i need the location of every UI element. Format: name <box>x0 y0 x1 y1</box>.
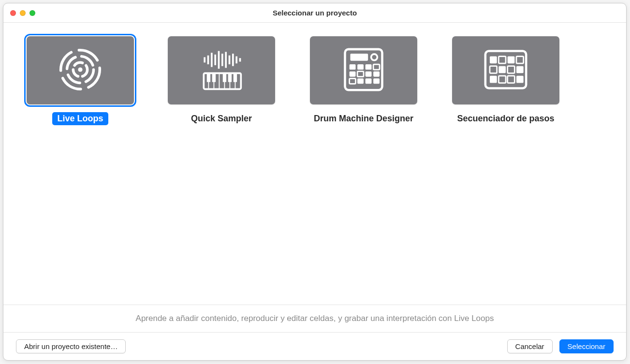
template-card-quick-sampler[interactable]: Quick Sampler <box>168 36 275 291</box>
svg-rect-53 <box>508 75 515 83</box>
step-sequencer-icon <box>477 43 535 98</box>
svg-point-3 <box>78 67 82 72</box>
template-thumb <box>452 36 559 104</box>
traffic-lights <box>10 10 35 16</box>
svg-rect-24 <box>223 73 226 82</box>
svg-rect-39 <box>357 78 364 84</box>
minimize-window-button[interactable] <box>20 10 26 16</box>
window-title: Seleccionar un proyecto <box>3 9 626 17</box>
svg-rect-4 <box>204 57 205 62</box>
svg-rect-38 <box>350 78 356 84</box>
svg-rect-10 <box>225 52 227 68</box>
svg-rect-25 <box>228 73 232 82</box>
quick-sampler-icon <box>192 43 250 98</box>
svg-rect-43 <box>490 56 497 63</box>
svg-rect-52 <box>498 75 506 83</box>
content-area: Live Loops <box>3 23 626 360</box>
svg-rect-33 <box>373 64 380 70</box>
svg-rect-18 <box>219 73 220 89</box>
svg-rect-35 <box>357 71 364 76</box>
footer-right-group: Cancelar Seleccionar <box>507 339 614 353</box>
svg-rect-50 <box>516 66 524 73</box>
project-chooser-window: Seleccionar un proyecto Live Loops <box>3 3 627 361</box>
svg-rect-54 <box>516 75 524 83</box>
svg-rect-28 <box>351 54 368 61</box>
template-card-step-sequencer[interactable]: Secuenciador de pasos <box>452 36 559 291</box>
template-grid: Live Loops <box>3 23 626 305</box>
svg-rect-14 <box>239 58 241 61</box>
svg-rect-30 <box>350 64 356 70</box>
maximize-window-button[interactable] <box>29 10 35 16</box>
svg-rect-26 <box>234 73 237 82</box>
select-button[interactable]: Seleccionar <box>559 339 614 353</box>
svg-rect-9 <box>221 54 223 66</box>
template-label: Drum Machine Designer <box>309 112 418 125</box>
footer: Abrir un proyecto existente… Cancelar Se… <box>3 332 626 360</box>
svg-rect-12 <box>232 54 234 66</box>
svg-rect-37 <box>373 71 380 76</box>
open-existing-button[interactable]: Abrir un proyecto existente… <box>16 339 126 353</box>
template-card-live-loops[interactable]: Live Loops <box>27 36 134 291</box>
svg-rect-51 <box>490 75 497 83</box>
template-thumb <box>27 36 134 104</box>
titlebar: Seleccionar un proyecto <box>3 3 626 23</box>
svg-rect-5 <box>207 55 209 64</box>
drum-machine-icon <box>335 43 393 98</box>
svg-rect-6 <box>211 53 213 67</box>
svg-rect-7 <box>214 54 216 65</box>
svg-rect-31 <box>357 64 364 70</box>
close-window-button[interactable] <box>10 10 16 16</box>
svg-rect-11 <box>229 55 231 64</box>
svg-rect-23 <box>212 73 216 82</box>
svg-rect-22 <box>207 73 210 82</box>
svg-rect-36 <box>366 71 372 76</box>
svg-point-29 <box>371 54 378 60</box>
svg-rect-8 <box>218 51 220 69</box>
template-thumb <box>168 36 275 104</box>
template-thumb <box>310 36 417 104</box>
svg-rect-32 <box>366 64 372 70</box>
svg-rect-48 <box>498 66 506 73</box>
cancel-button[interactable]: Cancelar <box>507 339 553 353</box>
svg-rect-34 <box>350 71 356 76</box>
template-label: Quick Sampler <box>186 112 257 125</box>
svg-rect-46 <box>516 56 524 63</box>
svg-rect-40 <box>366 78 372 84</box>
live-loops-icon <box>51 43 109 98</box>
svg-rect-41 <box>373 78 380 84</box>
template-label: Secuenciador de pasos <box>453 112 559 125</box>
svg-rect-13 <box>235 56 237 63</box>
template-description: Aprende a añadir contenido, reproducir y… <box>3 305 626 332</box>
template-label: Live Loops <box>52 112 108 125</box>
svg-rect-49 <box>508 66 515 73</box>
svg-rect-44 <box>498 56 506 63</box>
svg-rect-45 <box>508 56 515 63</box>
svg-rect-47 <box>490 66 497 73</box>
template-card-drum-machine[interactable]: Drum Machine Designer <box>309 36 418 291</box>
